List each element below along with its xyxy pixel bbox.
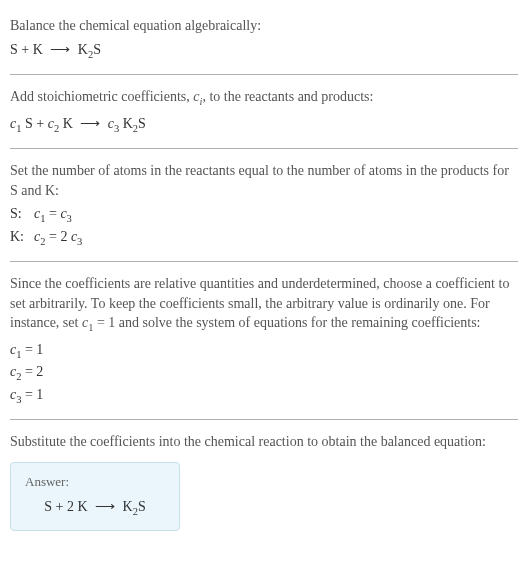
sp2: K xyxy=(59,116,76,131)
sol-val: = 1 xyxy=(21,387,43,402)
product-k: K xyxy=(78,42,88,57)
sol-val: = 2 xyxy=(21,364,43,379)
section-coefficients: Add stoichiometric coefficients, ci, to … xyxy=(10,79,518,144)
ans-rhs-tail: S xyxy=(138,499,146,514)
solve-b: = 1 and solve the system of equations fo… xyxy=(93,315,480,330)
plus: + xyxy=(18,42,33,57)
section-atoms: Set the number of atoms in the reactants… xyxy=(10,153,518,257)
table-row: K: c2 = 2 c3 xyxy=(10,227,92,249)
coeff-text-2: , to the reactants and products: xyxy=(202,89,373,104)
reactant-s: S xyxy=(10,42,18,57)
answer-box: Answer: S + 2 K ⟶ K2S xyxy=(10,462,180,531)
rhs-sub: 3 xyxy=(67,213,72,224)
sp4: K xyxy=(119,116,133,131)
rhs-sub: 3 xyxy=(77,236,82,247)
unbalanced-equation: S + K ⟶ K2S xyxy=(10,40,518,62)
eq-sign: = xyxy=(45,206,60,221)
tail: S xyxy=(138,116,146,131)
atoms-intro: Set the number of atoms in the reactants… xyxy=(10,161,518,200)
solve-text: Since the coefficients are relative quan… xyxy=(10,274,518,336)
ans-lhs: S + 2 K xyxy=(44,499,91,514)
answer-label: Answer: xyxy=(25,473,165,491)
ans-rhs-pre: K xyxy=(119,499,133,514)
atom-label: K: xyxy=(10,227,34,249)
divider xyxy=(10,148,518,149)
divider xyxy=(10,419,518,420)
solution-line: c1 = 1 xyxy=(10,340,518,362)
arrow-icon: ⟶ xyxy=(76,116,104,131)
balanced-equation: S + 2 K ⟶ K2S xyxy=(25,497,165,519)
section-solve: Since the coefficients are relative quan… xyxy=(10,266,518,415)
balance-title: Balance the chemical equation algebraica… xyxy=(10,16,518,36)
product-s: S xyxy=(93,42,101,57)
arrow-icon: ⟶ xyxy=(91,499,119,514)
solution-line: c3 = 1 xyxy=(10,385,518,407)
atom-label: S: xyxy=(10,204,34,226)
coeff-title: Add stoichiometric coefficients, ci, to … xyxy=(10,87,518,109)
substitute-text: Substitute the coefficients into the che… xyxy=(10,432,518,452)
arrow-icon: ⟶ xyxy=(46,42,74,57)
table-row: S: c1 = c3 xyxy=(10,204,92,226)
reactant-k: K xyxy=(33,42,43,57)
coeff-equation: c1 S + c2 K ⟶ c3 K2S xyxy=(10,114,518,136)
atom-eq: c1 = c3 xyxy=(34,204,92,226)
atom-eq: c2 = 2 c3 xyxy=(34,227,92,249)
divider xyxy=(10,74,518,75)
solution-line: c2 = 2 xyxy=(10,362,518,384)
atoms-table: S: c1 = c3 K: c2 = 2 c3 xyxy=(10,204,92,249)
section-balance-intro: Balance the chemical equation algebraica… xyxy=(10,8,518,70)
sol-val: = 1 xyxy=(21,342,43,357)
divider xyxy=(10,261,518,262)
eq-sign: = xyxy=(45,229,60,244)
coeff-text-1: Add stoichiometric coefficients, xyxy=(10,89,193,104)
sp1: S + xyxy=(21,116,47,131)
section-answer: Substitute the coefficients into the che… xyxy=(10,424,518,538)
rhs-pre: 2 xyxy=(60,229,71,244)
